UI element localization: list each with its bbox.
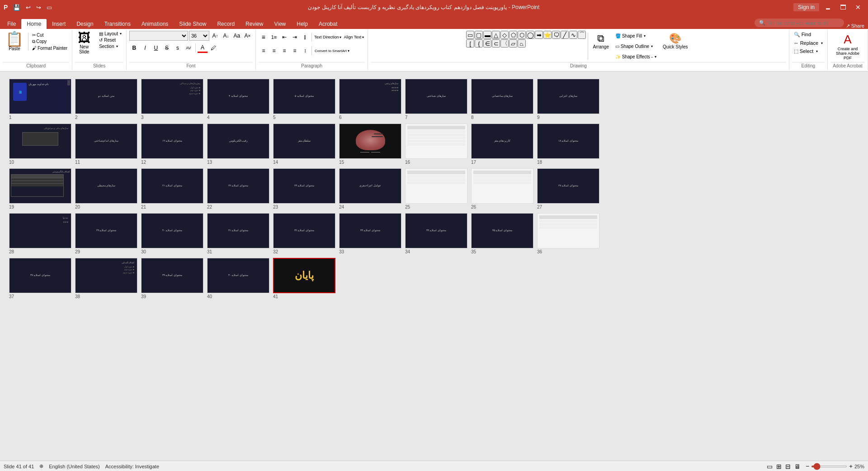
slide-item[interactable]: اهداف یادگیری‌پذیر 19 bbox=[9, 168, 71, 209]
shape-arc[interactable]: ∈ bbox=[483, 39, 491, 48]
slide-item[interactable]: محتوای اسلاید ۳۴ 34 bbox=[405, 213, 467, 254]
shape-fill-button[interactable]: 🪣 Shape Fill ▾ bbox=[613, 31, 659, 41]
share-button[interactable]: ↗ Share bbox=[846, 23, 864, 29]
slide-item[interactable]: متن اسلاید دو 2 bbox=[75, 79, 137, 120]
slide-item[interactable]: محتوای اسلاید ۴ 4 bbox=[207, 79, 269, 120]
font-size-select[interactable]: 36 bbox=[189, 31, 209, 41]
slide-thumb-39[interactable]: محتوای اسلاید ۳۹ bbox=[141, 258, 203, 293]
shape-chevron[interactable]: 〈 bbox=[500, 39, 509, 48]
change-case-button[interactable]: Aa bbox=[232, 31, 242, 41]
tab-record[interactable]: Record bbox=[212, 19, 240, 29]
slide-thumb-34[interactable]: محتوای اسلاید ۳۴ bbox=[405, 213, 467, 248]
slideshow-button[interactable]: 🖥 bbox=[793, 463, 802, 470]
zoom-slider[interactable] bbox=[811, 466, 847, 467]
arrange-button[interactable]: ⧉ Arrange bbox=[590, 31, 612, 51]
slide-thumb-4[interactable]: محتوای اسلاید ۴ bbox=[207, 79, 269, 114]
slide-item[interactable]: محتوای اسلاید ۲۹ 29 bbox=[75, 213, 137, 254]
close-button[interactable]: ✕ bbox=[852, 0, 864, 14]
cut-button[interactable]: ✂ Cut bbox=[30, 32, 69, 38]
tab-view[interactable]: View bbox=[269, 19, 291, 29]
slide-thumb-19[interactable]: اهداف یادگیری‌پذیر bbox=[9, 168, 71, 204]
reading-view-button[interactable]: ⊟ bbox=[784, 463, 792, 470]
tab-review[interactable]: Review bbox=[240, 19, 269, 29]
slide-item[interactable]: سازهای بیانی و بیولوژیکی 10 bbox=[9, 124, 71, 165]
shape-rectangle[interactable]: ▭ bbox=[466, 31, 474, 39]
slide-item[interactable]: عوامل اجزاء مغزی 24 bbox=[339, 168, 401, 209]
shape-triangle[interactable]: △ bbox=[492, 31, 500, 39]
slide-item[interactable]: سازهای محیطی 20 bbox=[75, 168, 137, 209]
slide-item[interactable]: محتوای اسلاید ۴۰ 40 bbox=[207, 258, 269, 299]
slide-item[interactable]: سازهای اندام‌شناختی 11 bbox=[75, 124, 137, 165]
tell-me-bar[interactable]: 🔍 bbox=[755, 19, 844, 27]
slide-item[interactable]: محتوای اسلاید ۵ 5 bbox=[273, 79, 335, 120]
reset-button[interactable]: ↺ Reset bbox=[97, 37, 123, 43]
shape-effects-button[interactable]: ✨ Shape Effects - ▾ bbox=[613, 52, 659, 62]
align-center-button[interactable]: ≡ bbox=[269, 46, 279, 56]
slide-thumb-3[interactable]: پیش‌نیازهای ترمینالی ■ مورد اول■ مورد دو… bbox=[141, 79, 203, 114]
slide-item[interactable]: محتوای اسلاید ۲۳ 23 bbox=[273, 168, 335, 209]
bullets-button[interactable]: ≡ bbox=[259, 32, 269, 42]
line-spacing-button[interactable]: ↕ bbox=[300, 46, 310, 56]
shape-bracket[interactable]: [ bbox=[466, 39, 474, 48]
italic-button[interactable]: I bbox=[140, 43, 150, 53]
save-button[interactable]: 💾 bbox=[11, 3, 22, 12]
shape-callout[interactable]: 🗨 bbox=[552, 31, 560, 39]
shape-snip-rect[interactable]: ▬ bbox=[483, 31, 491, 39]
justify-button[interactable]: ≡ bbox=[290, 46, 300, 56]
underline-button[interactable]: U bbox=[151, 43, 161, 53]
strikethrough-button[interactable]: S bbox=[162, 43, 172, 53]
slide-thumb-20[interactable]: سازهای محیطی bbox=[75, 168, 137, 204]
shape-parallelogram[interactable]: ▱ bbox=[509, 39, 517, 48]
tab-slideshow[interactable]: Slide Show bbox=[174, 19, 212, 29]
align-text-button[interactable]: Align Text▾ bbox=[343, 32, 365, 42]
tell-me-input[interactable] bbox=[767, 20, 840, 26]
slide-item[interactable]: محتوای اسلاید ۳۱ 31 bbox=[207, 213, 269, 254]
convert-smartart-button[interactable]: Convert to SmartArt ▾ bbox=[313, 46, 351, 56]
redo-button[interactable]: ↪ bbox=[34, 3, 43, 12]
numbering-button[interactable]: 1≡ bbox=[269, 32, 279, 42]
highlight-button[interactable]: 🖊 bbox=[208, 43, 218, 53]
shape-diamond[interactable]: ◇ bbox=[500, 31, 509, 39]
slide-thumb-10[interactable]: سازهای بیانی و بیولوژیکی bbox=[9, 124, 71, 159]
slide-item[interactable]: اهداف آشنایی ■ مورد اول■ مورد دوم■ مورد … bbox=[75, 258, 137, 299]
slide-thumb-6[interactable]: سازهای ریتمی ■ ■ ■ ■■ ■ ■ ■ bbox=[339, 79, 401, 114]
slide-thumb-9[interactable]: سازهای اجرایی bbox=[537, 79, 599, 114]
layout-button[interactable]: ▤ Layout ▾ bbox=[97, 31, 123, 37]
bold-button[interactable]: B bbox=[129, 43, 139, 53]
slide-thumb-17[interactable]: کاربرد‌های مغز bbox=[471, 124, 533, 159]
slide-thumb-1[interactable]: 📘 نام خداوند مهربان bbox=[9, 79, 71, 114]
zoom-in-button[interactable]: + bbox=[849, 463, 853, 470]
slide-item-41[interactable]: پایان 41 bbox=[273, 258, 335, 299]
slide-item[interactable]: محتوای اسلاید ۳۳ 33 bbox=[339, 213, 401, 254]
slide-item[interactable]: 16 bbox=[405, 124, 467, 165]
find-button[interactable]: 🔍 Find bbox=[792, 31, 825, 38]
slide-item[interactable]: محتوای اسلاید ۳۵ 35 bbox=[471, 213, 533, 254]
maximize-button[interactable]: 🗖 bbox=[836, 0, 850, 14]
slide-thumb-7[interactable]: سازهای شناختی bbox=[405, 79, 467, 114]
shape-curve[interactable]: ∿ bbox=[569, 31, 577, 39]
new-slide-button[interactable]: 🖼 New Slide bbox=[75, 31, 93, 55]
tab-insert[interactable]: Insert bbox=[47, 19, 71, 29]
slide-panel[interactable]: 📘 نام خداوند مهربان 1 متن اسلاید دو 2 bbox=[0, 71, 868, 461]
slide-thumb-12[interactable]: محتوای اسلاید ۱۲ bbox=[141, 124, 203, 159]
char-spacing-button[interactable]: AV bbox=[184, 43, 193, 53]
increase-font-button[interactable]: A↑ bbox=[210, 31, 220, 41]
slide-item[interactable]: پیش‌نیازهای ترمینالی ■ مورد اول■ مورد دو… bbox=[141, 79, 203, 120]
normal-view-button[interactable]: ▭ bbox=[765, 463, 774, 470]
minimize-button[interactable]: 🗕 bbox=[821, 0, 835, 14]
slide-item[interactable]: محتوای اسلاید ۱۸ 18 bbox=[537, 124, 599, 165]
shape-outline-button[interactable]: ▭ Shape Outline ▾ bbox=[613, 41, 659, 51]
copy-button[interactable]: ⧉ Copy bbox=[30, 38, 69, 45]
slide-item[interactable]: محتوای اسلاید ۳۷ 37 bbox=[9, 258, 71, 299]
tab-animations[interactable]: Animations bbox=[136, 19, 174, 29]
paste-button[interactable]: 📋 Paste bbox=[3, 31, 26, 52]
zoom-out-button[interactable]: − bbox=[806, 463, 809, 470]
slide-thumb-5[interactable]: محتوای اسلاید ۵ bbox=[273, 79, 335, 114]
slide-item[interactable]: محتوای اسلاید ۳۹ 39 bbox=[141, 258, 203, 299]
slide-item[interactable]: 📘 نام خداوند مهربان 1 bbox=[9, 79, 71, 120]
shape-line[interactable]: ╱ bbox=[561, 31, 569, 39]
slide-thumb-28[interactable]: محتوا ■ ■ ■ bbox=[9, 213, 71, 248]
slide-thumb-26[interactable] bbox=[471, 168, 533, 204]
shape-star[interactable]: ⭐ bbox=[543, 31, 552, 39]
text-direction-button[interactable]: Text Direction▾ bbox=[313, 32, 343, 42]
